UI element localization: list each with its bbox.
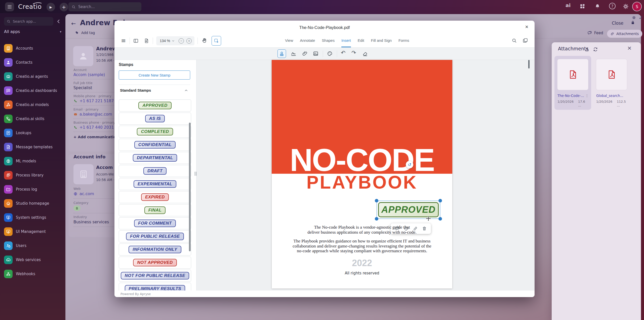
sidebar-item-accounts[interactable]: Accounts xyxy=(0,41,65,55)
stamp-option-experimental[interactable]: EXPERIMENTAL xyxy=(119,178,191,190)
sidebar-item-system-settings[interactable]: System settings xyxy=(0,210,65,225)
web-link[interactable]: ac.com xyxy=(73,191,94,196)
stamp-option-as-is[interactable]: AS IS xyxy=(119,113,191,125)
pages-panel-icon[interactable] xyxy=(522,38,528,43)
settings-gear-icon[interactable] xyxy=(623,3,629,10)
sidebar-item-creatio-ai-dashboards[interactable]: Creatio.ai dashboards xyxy=(0,84,65,98)
signature-tool-icon[interactable] xyxy=(291,51,297,57)
global-search-input[interactable]: Search... xyxy=(68,2,141,11)
upload-icon[interactable] xyxy=(584,47,589,52)
stamp-option-expired[interactable]: EXPIRED xyxy=(119,191,191,203)
zoom-in-button[interactable]: + xyxy=(186,38,192,44)
copilot-button[interactable]: ai xyxy=(566,2,571,8)
add-tag-button[interactable]: Add tag xyxy=(75,31,95,35)
lock-icon[interactable] xyxy=(630,20,635,25)
chevron-down-icon[interactable] xyxy=(172,40,175,42)
zoom-out-button[interactable]: − xyxy=(179,38,184,44)
stamp-option-confidential[interactable]: CONFIDENTIAL xyxy=(119,139,191,151)
select-tool-button[interactable] xyxy=(212,36,221,46)
eraser-icon[interactable] xyxy=(362,51,368,57)
sidebar-item-contacts[interactable]: Contacts xyxy=(0,55,65,69)
feed-button[interactable]: Feed xyxy=(587,31,603,35)
standard-stamps-header[interactable]: Standard Stamps xyxy=(120,88,188,92)
field-value[interactable]: a.baker@ac.com xyxy=(79,112,112,117)
menu-icon[interactable]: ≡ xyxy=(121,37,126,44)
sidebar-item-web-services[interactable]: Web services xyxy=(0,253,65,267)
stamp-option-information-only[interactable]: INFORMATION ONLY xyxy=(119,243,191,256)
attachment-name[interactable]: The-No-Code-... xyxy=(557,94,584,98)
tab-annotate[interactable]: Annotate xyxy=(300,34,315,47)
undo-icon[interactable]: ↶ xyxy=(341,50,347,56)
help-icon[interactable]: ? xyxy=(609,3,616,9)
stamp-option-for-public-release[interactable]: FOR PUBLIC RELEASE xyxy=(119,230,191,242)
attachment-card[interactable]: Global_search...1/20/2026112.5 ... xyxy=(593,56,630,110)
attachment-name[interactable]: Global_search... xyxy=(596,94,623,98)
sidebar-item-ml-models[interactable]: ML models xyxy=(0,154,65,168)
workspaces-button[interactable] xyxy=(579,3,585,9)
sidebar-item-users[interactable]: Users xyxy=(0,239,65,253)
attachment-thumbnail[interactable] xyxy=(596,59,627,90)
play-button[interactable]: ▶ xyxy=(47,3,55,11)
sidebar-item-creatio-ai-agents[interactable]: Creatio.ai agents xyxy=(0,69,65,84)
sidebar-item-process-library[interactable]: Process library xyxy=(0,168,65,182)
stamp-option-not-approved[interactable]: NOT APPROVED xyxy=(119,257,191,269)
tab-edit[interactable]: Edit xyxy=(358,34,364,47)
style-palette-icon[interactable] xyxy=(327,51,333,57)
back-arrow-icon[interactable]: ← xyxy=(71,20,76,27)
search-document-icon[interactable] xyxy=(511,38,517,43)
app-launcher-button[interactable] xyxy=(5,2,14,11)
close-modal-icon[interactable]: × xyxy=(524,24,530,30)
stamp-option-for-comment[interactable]: FOR COMMENT xyxy=(119,217,191,229)
notifications-bell-icon[interactable] xyxy=(594,3,600,9)
more-options-icon[interactable]: ⋮ xyxy=(585,94,589,98)
stamp-option-not-for-public-release[interactable]: NOT FOR PUBLIC RELEASE xyxy=(119,270,191,282)
attachment-thumbnail[interactable] xyxy=(557,59,588,90)
all-apps-selector[interactable]: All apps ▾ xyxy=(4,29,61,34)
stamp-tool-button[interactable] xyxy=(277,49,286,58)
app-search-input[interactable]: Search app... xyxy=(4,17,53,26)
approved-stamp-annotation[interactable]: APPROVED xyxy=(378,202,439,217)
page-settings-icon[interactable] xyxy=(144,38,149,44)
account-name[interactable]: Accom ( xyxy=(96,165,116,170)
sidebar-item-ui-management[interactable]: UI Management xyxy=(0,225,65,239)
sidebar-item-studio-homepage[interactable]: Studio homepage xyxy=(0,196,65,210)
tab-view[interactable]: View xyxy=(285,34,293,47)
create-new-stamp-button[interactable]: Create New Stamp xyxy=(119,70,190,80)
attachments-tab-button[interactable]: Attachments xyxy=(607,30,642,38)
sidebar-item-creatio-ai-models[interactable]: Creatio.ai models xyxy=(0,98,65,112)
tab-shapes[interactable]: Shapes xyxy=(322,34,335,47)
insert-image-icon[interactable] xyxy=(313,51,319,57)
stamp-option-completed[interactable]: COMPLETED xyxy=(119,126,191,138)
resize-handle-se[interactable] xyxy=(438,217,442,221)
attach-file-icon[interactable] xyxy=(302,51,308,57)
resize-handle-nw[interactable] xyxy=(375,199,378,202)
field-value[interactable]: +1 617 221 5187 xyxy=(79,99,114,103)
sidebar-collapse-chevron[interactable] xyxy=(56,19,61,24)
close-page-button[interactable]: Close xyxy=(612,21,623,26)
sidebar-item-message-templates[interactable]: Message templates xyxy=(0,140,65,154)
document-scrollbar[interactable] xyxy=(528,60,530,68)
tab-forms[interactable]: Forms xyxy=(398,34,409,47)
attachment-card[interactable]: The-No-Code-...⋮1/20/202617.6 ... xyxy=(554,56,591,110)
stamp-option-departmental[interactable]: DEPARTMENTAL xyxy=(119,152,191,164)
sidebar-item-webhooks[interactable]: Webhooks xyxy=(0,267,65,281)
pan-hand-icon[interactable] xyxy=(202,38,208,44)
field-value[interactable]: +1 617 440 2031 xyxy=(79,125,114,130)
resize-handle-ne[interactable] xyxy=(438,199,442,202)
sidebar-item-creatio-ai-skills[interactable]: Creatio.ai skills xyxy=(0,112,65,126)
sidebar-item-lookups[interactable]: Lookups xyxy=(0,126,65,140)
user-avatar[interactable]: S xyxy=(632,2,642,11)
refresh-icon[interactable] xyxy=(593,47,598,52)
stamps-scrollbar[interactable] xyxy=(189,123,191,251)
stamp-option-approved[interactable]: APPROVED xyxy=(119,99,191,112)
stamp-option-final[interactable]: FINAL xyxy=(119,204,191,216)
zoom-level[interactable]: 134 % xyxy=(160,39,170,43)
tab-fill-and-sign[interactable]: Fill and Sign xyxy=(371,34,392,47)
tab-insert[interactable]: Insert xyxy=(341,34,351,47)
expand-icon[interactable] xyxy=(639,16,643,19)
sidebar-item-process-log[interactable]: Process log xyxy=(0,182,65,196)
stamp-option-preliminary-results[interactable]: PRELIMINARY RESULTS xyxy=(119,283,191,291)
close-panel-icon[interactable]: × xyxy=(627,45,632,51)
add-button[interactable]: + xyxy=(60,3,68,11)
rotate-annotation-handle[interactable]: ↺ xyxy=(406,161,413,168)
